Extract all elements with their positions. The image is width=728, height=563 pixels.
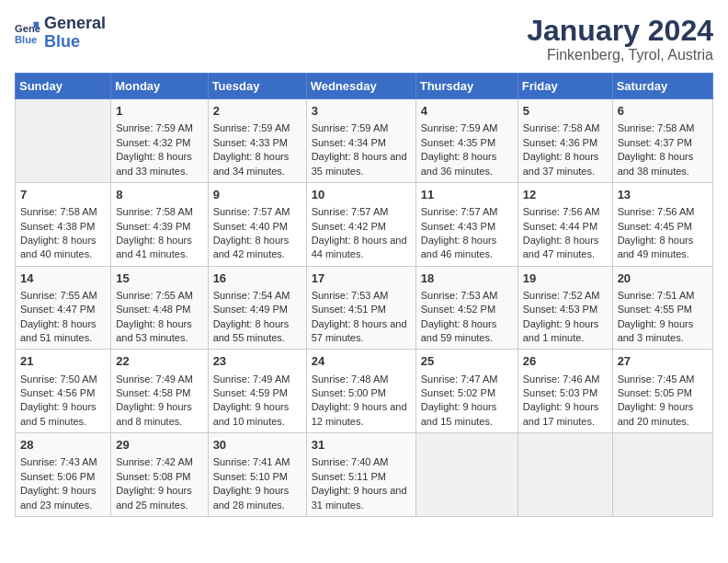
daylight-text: Daylight: 8 hours and 41 minutes. [116,235,192,259]
sunrise-text: Sunrise: 7:57 AM [213,206,290,217]
calendar-cell [415,433,518,517]
calendar-table: SundayMondayTuesdayWednesdayThursdayFrid… [15,73,713,517]
sunrise-text: Sunrise: 7:59 AM [213,122,290,133]
day-number: 17 [312,270,411,287]
sunrise-text: Sunrise: 7:51 AM [618,290,695,301]
day-number: 30 [213,437,301,454]
day-header-thursday: Thursday [415,74,518,99]
sunrise-text: Sunrise: 7:52 AM [523,290,600,301]
sunrise-text: Sunrise: 7:59 AM [421,122,498,133]
sunset-text: Sunset: 4:32 PM [116,137,190,148]
calendar-cell: 12 Sunrise: 7:56 AM Sunset: 4:44 PM Dayl… [518,182,612,266]
calendar-cell [16,99,111,183]
day-number: 7 [20,187,106,203]
daylight-text: Daylight: 8 hours and 42 minutes. [213,235,290,259]
calendar-cell: 13 Sunrise: 7:56 AM Sunset: 4:45 PM Dayl… [612,182,712,266]
calendar-cell: 21 Sunrise: 7:50 AM Sunset: 4:56 PM Dayl… [16,350,111,433]
day-number: 29 [116,437,202,454]
day-number: 16 [213,270,301,287]
sunrise-text: Sunrise: 7:49 AM [116,373,193,385]
day-number: 3 [312,103,411,120]
calendar-cell: 2 Sunrise: 7:59 AM Sunset: 4:33 PM Dayli… [208,99,306,183]
calendar-cell: 25 Sunrise: 7:47 AM Sunset: 5:02 PM Dayl… [415,350,518,433]
daylight-text: Daylight: 9 hours and 20 minutes. [618,401,694,426]
logo-icon: General Blue [15,20,40,46]
sunrise-text: Sunrise: 7:58 AM [116,206,193,217]
calendar-subtitle: Finkenberg, Tyrol, Austria [527,47,713,63]
day-header-tuesday: Tuesday [208,74,306,99]
sunset-text: Sunset: 5:03 PM [523,387,597,398]
logo: General Blue General Blue [15,15,106,52]
sunset-text: Sunset: 4:49 PM [213,304,288,315]
daylight-text: Daylight: 8 hours and 36 minutes. [421,151,497,176]
daylight-text: Daylight: 8 hours and 59 minutes. [421,318,497,343]
daylight-text: Daylight: 9 hours and 5 minutes. [20,401,97,426]
calendar-cell: 19 Sunrise: 7:52 AM Sunset: 4:53 PM Dayl… [518,266,612,350]
sunset-text: Sunset: 4:47 PM [20,304,95,315]
sunrise-text: Sunrise: 7:45 AM [618,373,695,385]
title-area: January 2024 Finkenberg, Tyrol, Austria [527,15,713,63]
sunset-text: Sunset: 5:06 PM [20,471,95,482]
daylight-text: Daylight: 8 hours and 38 minutes. [618,151,694,176]
sunset-text: Sunset: 4:45 PM [618,221,692,232]
sunrise-text: Sunrise: 7:58 AM [618,122,695,133]
calendar-cell: 29 Sunrise: 7:42 AM Sunset: 5:08 PM Dayl… [111,433,208,517]
calendar-cell: 15 Sunrise: 7:55 AM Sunset: 4:48 PM Dayl… [111,266,208,350]
sunrise-text: Sunrise: 7:46 AM [523,373,600,385]
sunset-text: Sunset: 4:39 PM [116,221,190,232]
sunrise-text: Sunrise: 7:41 AM [213,456,290,467]
week-row-1: 1 Sunrise: 7:59 AM Sunset: 4:32 PM Dayli… [16,99,713,183]
calendar-cell: 10 Sunrise: 7:57 AM Sunset: 4:42 PM Dayl… [306,182,415,266]
daylight-text: Daylight: 9 hours and 12 minutes. [312,401,407,426]
daylight-text: Daylight: 9 hours and 15 minutes. [421,401,497,426]
daylight-text: Daylight: 8 hours and 35 minutes. [312,151,407,176]
sunrise-text: Sunrise: 7:53 AM [312,290,389,301]
sunset-text: Sunset: 4:35 PM [421,137,495,148]
sunset-text: Sunset: 4:55 PM [618,304,692,315]
calendar-cell: 17 Sunrise: 7:53 AM Sunset: 4:51 PM Dayl… [306,266,415,350]
day-number: 4 [421,103,513,120]
sunrise-text: Sunrise: 7:54 AM [213,290,290,301]
sunset-text: Sunset: 4:36 PM [523,137,597,148]
sunset-text: Sunset: 5:05 PM [618,387,692,398]
daylight-text: Daylight: 8 hours and 49 minutes. [618,235,694,259]
sunset-text: Sunset: 4:56 PM [20,387,95,398]
daylight-text: Daylight: 9 hours and 10 minutes. [213,401,290,426]
sunrise-text: Sunrise: 7:43 AM [20,456,97,467]
sunrise-text: Sunrise: 7:49 AM [213,373,290,385]
sunrise-text: Sunrise: 7:58 AM [20,206,97,217]
week-row-2: 7 Sunrise: 7:58 AM Sunset: 4:38 PM Dayli… [16,182,713,266]
calendar-cell: 14 Sunrise: 7:55 AM Sunset: 4:47 PM Dayl… [16,266,111,350]
sunset-text: Sunset: 5:02 PM [421,387,495,398]
day-header-wednesday: Wednesday [306,74,415,99]
week-row-3: 14 Sunrise: 7:55 AM Sunset: 4:47 PM Dayl… [16,266,713,350]
daylight-text: Daylight: 8 hours and 53 minutes. [116,318,192,343]
day-number: 25 [421,353,513,370]
day-number: 15 [116,270,202,287]
sunrise-text: Sunrise: 7:55 AM [20,290,97,301]
sunset-text: Sunset: 5:00 PM [312,387,386,398]
page-header: General Blue General Blue January 2024 F… [15,15,713,63]
daylight-text: Daylight: 8 hours and 57 minutes. [312,318,407,343]
calendar-cell: 8 Sunrise: 7:58 AM Sunset: 4:39 PM Dayli… [111,182,208,266]
daylight-text: Daylight: 8 hours and 44 minutes. [312,235,407,259]
day-number: 1 [116,103,202,120]
sunset-text: Sunset: 4:37 PM [618,137,692,148]
calendar-cell: 30 Sunrise: 7:41 AM Sunset: 5:10 PM Dayl… [208,433,306,517]
week-row-4: 21 Sunrise: 7:50 AM Sunset: 4:56 PM Dayl… [16,350,713,433]
daylight-text: Daylight: 9 hours and 28 minutes. [213,485,290,510]
logo-line2: Blue [44,33,106,52]
sunrise-text: Sunrise: 7:59 AM [312,122,389,133]
sunset-text: Sunset: 4:58 PM [116,387,190,398]
calendar-cell: 6 Sunrise: 7:58 AM Sunset: 4:37 PM Dayli… [612,99,712,183]
day-number: 27 [618,353,708,370]
sunrise-text: Sunrise: 7:53 AM [421,290,498,301]
day-number: 26 [523,353,608,370]
calendar-title: January 2024 [527,15,713,47]
sunrise-text: Sunrise: 7:48 AM [312,373,389,385]
day-number: 21 [20,353,106,370]
day-header-saturday: Saturday [612,74,712,99]
calendar-cell: 26 Sunrise: 7:46 AM Sunset: 5:03 PM Dayl… [518,350,612,433]
sunset-text: Sunset: 4:33 PM [213,137,288,148]
sunrise-text: Sunrise: 7:47 AM [421,373,498,385]
